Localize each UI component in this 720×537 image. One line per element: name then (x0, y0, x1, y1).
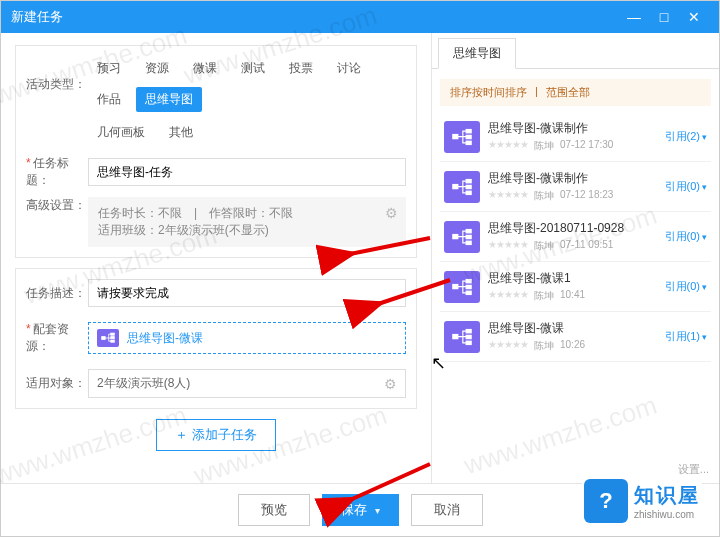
svg-rect-9 (466, 179, 471, 182)
svg-rect-13 (466, 229, 471, 232)
activity-type-tag[interactable]: 讨论 (328, 56, 370, 81)
item-time: 10:26 (560, 339, 585, 353)
activity-type-tag[interactable]: 投票 (280, 56, 322, 81)
resource-slot[interactable]: 思维导图-微课 (88, 322, 406, 354)
branding-logo: ? 知识屋 zhishiwu.com (582, 477, 702, 525)
list-item[interactable]: 思维导图-20180711-0928★★★★★陈坤07-11 09:51引用(0… (440, 212, 711, 262)
list-item[interactable]: 思维导图-微课制作★★★★★陈坤07-12 17:30引用(2) ▾ (440, 112, 711, 162)
activity-type-tag[interactable]: 资源 (136, 56, 178, 81)
rating-stars: ★★★★★ (488, 239, 528, 253)
task-desc-input[interactable] (88, 279, 406, 307)
chevron-down-icon: ▾ (702, 282, 707, 292)
svg-rect-4 (453, 134, 458, 138)
target-value: 2年级演示班(8人) (97, 375, 190, 392)
chevron-down-icon: ▾ (702, 182, 707, 192)
svg-rect-2 (111, 337, 115, 339)
item-author: 陈坤 (534, 289, 554, 303)
task-desc-label: 任务描述： (26, 285, 88, 302)
activity-type-tag[interactable]: 作品 (88, 87, 130, 112)
reference-button[interactable]: 引用(0) ▾ (665, 179, 707, 194)
logo-cn: 知识屋 (634, 482, 700, 509)
task-title-label: 任务标题： (26, 155, 88, 189)
resource-name: 思维导图-微课 (127, 330, 203, 347)
svg-rect-14 (466, 235, 471, 238)
form-panel: 活动类型： 预习资源微课测试投票讨论作品思维导图 几何画板其他 任务标题： 高级… (1, 33, 431, 483)
svg-rect-16 (453, 284, 458, 288)
activity-type-tag[interactable]: 测试 (232, 56, 274, 81)
save-button[interactable]: 保存▾ (322, 494, 399, 526)
resource-label: 配套资源： (26, 321, 88, 355)
reference-button[interactable]: 引用(0) ▾ (665, 279, 707, 294)
activity-type-tag[interactable]: 几何画板 (88, 120, 154, 145)
item-author: 陈坤 (534, 239, 554, 253)
reference-button[interactable]: 引用(2) ▾ (665, 129, 707, 144)
item-name: 思维导图-微课制作 (488, 170, 657, 187)
rating-stars: ★★★★★ (488, 289, 528, 303)
svg-rect-10 (466, 185, 471, 188)
item-time: 07-12 18:23 (560, 189, 613, 203)
svg-rect-3 (111, 340, 115, 342)
chevron-down-icon: ▾ (702, 132, 707, 142)
mindmap-icon (444, 271, 480, 303)
window-title: 新建任务 (11, 8, 619, 26)
target-label: 适用对象： (26, 375, 88, 392)
item-name: 思维导图-微课制作 (488, 120, 657, 137)
filter-bar[interactable]: 排序按时间排序 | 范围全部 (440, 79, 711, 106)
svg-rect-6 (466, 135, 471, 138)
svg-rect-17 (466, 279, 471, 282)
svg-rect-7 (466, 141, 471, 144)
mindmap-icon (444, 221, 480, 253)
svg-rect-8 (453, 184, 458, 188)
item-time: 10:41 (560, 289, 585, 303)
activity-type-label: 活动类型： (26, 76, 88, 93)
item-name: 思维导图-微课1 (488, 270, 657, 287)
item-time: 07-12 17:30 (560, 139, 613, 153)
svg-rect-0 (102, 337, 106, 340)
list-item[interactable]: 思维导图-微课制作★★★★★陈坤07-12 18:23引用(0) ▾ (440, 162, 711, 212)
resource-panel: 思维导图 排序按时间排序 | 范围全部 思维导图-微课制作★★★★★陈坤07-1… (431, 33, 719, 483)
list-item[interactable]: 思维导图-微课★★★★★陈坤10:26引用(1) ▾ (440, 312, 711, 362)
item-name: 思维导图-微课 (488, 320, 657, 337)
svg-rect-19 (466, 291, 471, 294)
advanced-settings-box[interactable]: 任务时长：不限 | 作答限时：不限 适用班级：2年级演示班(不显示) ⚙ (88, 197, 406, 247)
reference-button[interactable]: 引用(1) ▾ (665, 329, 707, 344)
filter-sort[interactable]: 排序按时间排序 (450, 85, 527, 100)
item-name: 思维导图-20180711-0928 (488, 220, 657, 237)
svg-rect-15 (466, 241, 471, 244)
item-author: 陈坤 (534, 189, 554, 203)
mindmap-icon (97, 329, 119, 347)
adv-line-1: 任务时长：不限 | 作答限时：不限 (98, 205, 396, 222)
item-author: 陈坤 (534, 339, 554, 353)
svg-rect-11 (466, 191, 471, 194)
maximize-button[interactable]: □ (649, 9, 679, 25)
rating-stars: ★★★★★ (488, 339, 528, 353)
gear-icon[interactable]: ⚙ (384, 376, 397, 392)
activity-type-tag[interactable]: 其他 (160, 120, 202, 145)
gear-icon[interactable]: ⚙ (385, 205, 398, 221)
add-subtask-button[interactable]: ＋ 添加子任务 (156, 419, 276, 451)
reference-button[interactable]: 引用(0) ▾ (665, 229, 707, 244)
logo-en: zhishiwu.com (634, 509, 700, 520)
target-box[interactable]: 2年级演示班(8人) ⚙ (88, 369, 406, 398)
item-author: 陈坤 (534, 139, 554, 153)
minimize-button[interactable]: — (619, 9, 649, 25)
adv-line-2: 适用班级：2年级演示班(不显示) (98, 222, 396, 239)
list-item[interactable]: 思维导图-微课1★★★★★陈坤10:41引用(0) ▾ (440, 262, 711, 312)
activity-type-tag[interactable]: 预习 (88, 56, 130, 81)
chevron-down-icon: ▾ (702, 332, 707, 342)
svg-rect-5 (466, 129, 471, 132)
mindmap-icon (444, 171, 480, 203)
activity-type-tag[interactable]: 思维导图 (136, 87, 202, 112)
tab-mindmap[interactable]: 思维导图 (438, 38, 516, 69)
preview-button[interactable]: 预览 (238, 494, 310, 526)
advanced-settings-label: 高级设置： (26, 197, 88, 214)
close-button[interactable]: ✕ (679, 9, 709, 25)
task-title-input[interactable] (88, 158, 406, 186)
mindmap-icon (444, 321, 480, 353)
cancel-button[interactable]: 取消 (411, 494, 483, 526)
filter-scope[interactable]: 范围全部 (546, 85, 590, 100)
item-time: 07-11 09:51 (560, 239, 613, 253)
rating-stars: ★★★★★ (488, 189, 528, 203)
activity-type-tag[interactable]: 微课 (184, 56, 226, 81)
svg-rect-23 (466, 341, 471, 344)
